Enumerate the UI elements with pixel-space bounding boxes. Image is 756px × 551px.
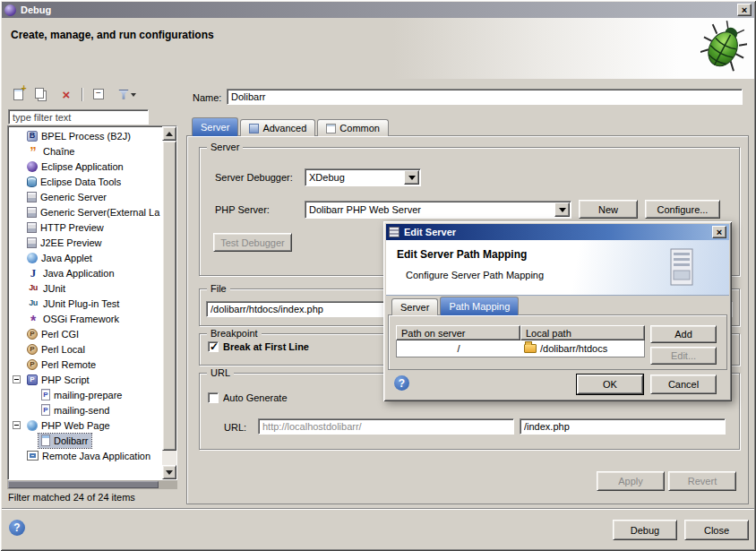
test-debugger-button[interactable]: Test Debugger (213, 233, 292, 252)
tree-item[interactable]: mailing-prepare (8, 387, 176, 402)
eclipse-application-icon (27, 161, 38, 172)
tab-server[interactable]: Server (391, 298, 438, 315)
php-server-select[interactable]: Dolibarr PHP Web Server (305, 201, 571, 219)
collapse-toggle-icon[interactable] (13, 375, 21, 383)
tree-item[interactable]: JUnit Plug-in Test (8, 296, 176, 311)
collapse-toggle-icon[interactable] (13, 421, 21, 429)
tree-item[interactable]: Java Application (8, 265, 176, 280)
tree-item[interactable]: Chaîne (8, 143, 176, 159)
tab-label: Server (201, 122, 229, 133)
edit-server-dialog: Edit Server × Edit Server Path Mapping C… (383, 221, 732, 401)
group-title: Breakpoint (207, 327, 262, 340)
tab-label: Common (339, 123, 380, 133)
auto-generate-row[interactable]: Auto Generate (208, 392, 288, 403)
config-tabs: Server Advanced Common (192, 117, 389, 136)
tree-horizontal-scrollbar[interactable] (7, 480, 177, 489)
configure-button[interactable]: Configure... (645, 200, 720, 219)
revert-button[interactable]: Revert (668, 471, 736, 491)
new-config-icon (13, 89, 23, 100)
chevron-down-icon[interactable] (404, 170, 419, 185)
duplicate-icon (35, 88, 44, 99)
checkbox-label: Break at First Line (223, 341, 309, 352)
server-debugger-select[interactable]: XDebug (305, 168, 421, 186)
column-header-path-on-server[interactable]: Path on server (396, 325, 520, 340)
tree-item[interactable]: Generic Server (8, 189, 176, 204)
tree-item[interactable]: Eclipse Data Tools (8, 174, 176, 189)
filter-menu-button[interactable] (114, 85, 141, 103)
database-icon (27, 176, 37, 187)
break-first-line-checkbox[interactable] (208, 341, 219, 352)
tree-item[interactable]: Perl CGI (8, 326, 176, 341)
column-header-label: Local path (526, 328, 571, 339)
tree-item[interactable]: J2EE Preview (8, 235, 176, 250)
tree-item[interactable]: OSGi Framework (8, 311, 176, 326)
tab-path-mapping[interactable]: Path Mapping (440, 297, 519, 315)
filter-input[interactable] (8, 109, 149, 125)
php-file-icon (41, 404, 50, 416)
tree-item-label: Generic Server(External La (40, 207, 159, 218)
break-first-line-row[interactable]: Break at First Line (208, 341, 309, 352)
tree-item[interactable]: JUnit (8, 280, 176, 296)
java-applet-icon (27, 253, 38, 263)
remote-java-icon (27, 451, 39, 461)
scroll-down-icon[interactable] (162, 465, 176, 479)
dialog-close-icon[interactable]: × (712, 226, 726, 238)
base-url-input[interactable] (258, 418, 514, 435)
scroll-up-icon[interactable] (162, 126, 176, 141)
advanced-icon (249, 124, 259, 133)
column-header-local-path[interactable]: Local path (520, 325, 645, 340)
table-cell-server-path[interactable]: / (397, 340, 520, 357)
tree-item[interactable]: Perl Local (8, 341, 176, 357)
ok-button[interactable]: OK (577, 375, 643, 394)
delete-icon (63, 88, 71, 101)
close-icon[interactable]: × (737, 4, 752, 16)
tree-item-label: Java Applet (41, 253, 92, 263)
tree-item-label: mailing-prepare (54, 390, 122, 400)
table-cell-local-path[interactable]: /dolibarr/htdocs (520, 340, 644, 357)
debug-configurations-window: Debug × Create, manage, and run configur… (0, 0, 756, 551)
tree-item[interactable]: PHP Web Page (8, 418, 176, 433)
new-server-button[interactable]: New (579, 200, 638, 219)
tree-item[interactable]: PHP Script (8, 372, 176, 387)
tree-item[interactable]: Perl Remote (8, 357, 176, 372)
perl-icon (27, 344, 38, 355)
tree-item[interactable]: Eclipse Application (8, 159, 176, 174)
tree-item[interactable]: HTTP Preview (8, 220, 176, 235)
tab-common[interactable]: Common (317, 119, 389, 136)
server-icon (27, 192, 37, 202)
tree-vertical-scrollbar[interactable] (162, 126, 176, 479)
group-title: URL (207, 366, 234, 379)
folder-icon (524, 344, 537, 353)
debug-button[interactable]: Debug (613, 520, 677, 540)
tree-item-label: Chaîne (43, 146, 74, 157)
perl-icon (27, 359, 38, 370)
add-mapping-button[interactable]: Add (650, 325, 717, 343)
tree-item[interactable]: Generic Server(External La (8, 204, 176, 220)
selected-value: XDebug (305, 169, 403, 185)
tab-advanced[interactable]: Advanced (240, 119, 315, 136)
tree-item[interactable]: mailing-send (8, 402, 176, 418)
url-path-input[interactable] (520, 418, 726, 435)
tree-item[interactable]: BPEL Process (B2J) (8, 128, 176, 143)
auto-generate-checkbox[interactable] (208, 392, 219, 403)
delete-configuration-button[interactable] (57, 85, 75, 103)
collapse-all-button[interactable] (90, 85, 107, 103)
chevron-down-icon[interactable] (554, 202, 570, 217)
new-configuration-button[interactable] (9, 85, 27, 103)
tree-item[interactable]: Java Applet (8, 250, 176, 265)
scrollbar-thumb[interactable] (8, 481, 159, 488)
close-button[interactable]: Close (684, 520, 749, 540)
scrollbar-thumb[interactable] (162, 141, 176, 451)
duplicate-configuration-button[interactable] (33, 85, 51, 103)
edit-mapping-button[interactable]: Edit... (650, 347, 717, 365)
apply-button[interactable]: Apply (597, 471, 665, 491)
window-titlebar[interactable]: Debug × (2, 2, 754, 18)
help-button[interactable]: ? (9, 520, 25, 536)
cancel-button[interactable]: Cancel (650, 375, 717, 394)
dialog-titlebar[interactable]: Edit Server × (386, 224, 729, 240)
tab-server[interactable]: Server (192, 117, 238, 136)
dialog-help-button[interactable]: ? (394, 375, 409, 391)
tree-item[interactable]: Remote Java Application (8, 448, 176, 463)
name-input[interactable] (227, 89, 743, 105)
tree-item-selected[interactable]: Dolibarr (8, 433, 176, 448)
